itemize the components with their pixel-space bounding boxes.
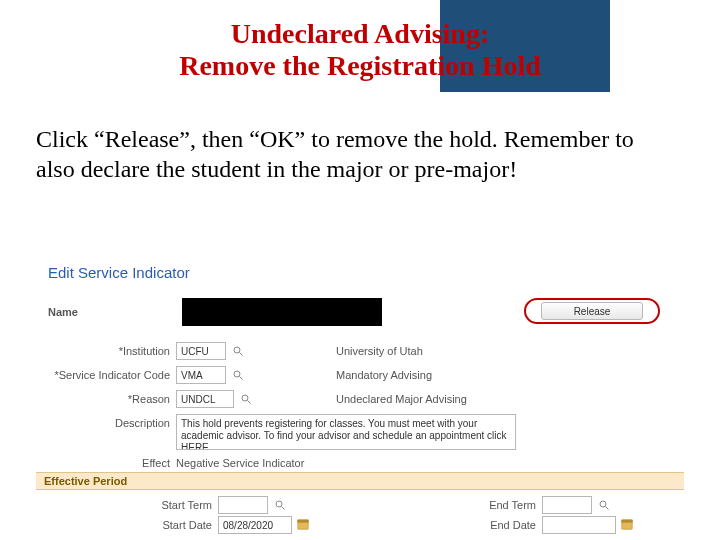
redacted-name [182,298,382,326]
end-term-label: End Term [416,499,536,511]
slide-body-text: Click “Release”, then “OK” to remove the… [36,124,676,184]
lookup-icon[interactable] [230,367,246,383]
name-row: Name Release [42,302,678,326]
description-label: Description [36,417,170,429]
end-date-label: End Date [416,519,536,531]
calendar-icon[interactable] [296,517,312,533]
effect-label: Effect [36,457,170,469]
start-term-label: Start Term [36,499,212,511]
reason-value: Undeclared Major Advising [336,393,467,405]
institution-value: University of Utah [336,345,423,357]
svg-point-4 [242,395,248,401]
sic-label: *Service Indicator Code [36,369,170,381]
title-line-1: Undeclared Advising: [231,18,490,49]
reason-row: *Reason Undeclared Major Advising [36,390,672,412]
description-textarea[interactable]: This hold prevents registering for class… [176,414,516,450]
lookup-icon[interactable] [230,343,246,359]
svg-rect-13 [622,520,633,522]
effect-value: Negative Service Indicator [176,457,304,469]
slide: Undeclared Advising: Remove the Registra… [0,0,720,540]
page-title: Edit Service Indicator [48,264,190,281]
effective-period-section: Effective Period [36,472,684,490]
lookup-icon[interactable] [238,391,254,407]
release-button[interactable]: Release [541,302,643,320]
reason-input[interactable] [176,390,234,408]
description-row: Description This hold prevents registeri… [36,414,672,454]
reason-label: *Reason [36,393,170,405]
embedded-screenshot: Edit Service Indicator Name Release *Ins… [36,258,684,520]
start-date-input[interactable] [218,516,292,534]
slide-title: Undeclared Advising: Remove the Registra… [0,18,720,82]
svg-point-6 [276,501,282,507]
release-highlight-oval: Release [524,298,660,324]
sic-row: *Service Indicator Code Mandatory Advisi… [36,366,672,388]
sic-input[interactable] [176,366,226,384]
svg-line-9 [606,507,609,510]
institution-label: *Institution [36,345,170,357]
date-row: Start Date End Date [36,516,672,538]
svg-line-1 [240,353,243,356]
svg-point-2 [234,371,240,377]
institution-row: *Institution University of Utah [36,342,672,364]
term-row: Start Term End Term [36,496,672,518]
name-label: Name [48,306,78,318]
svg-line-5 [248,401,251,404]
end-date-input[interactable] [542,516,616,534]
start-date-label: Start Date [36,519,212,531]
svg-point-8 [600,501,606,507]
lookup-icon[interactable] [596,497,612,513]
svg-rect-11 [298,520,309,522]
end-term-input[interactable] [542,496,592,514]
lookup-icon[interactable] [272,497,288,513]
svg-line-7 [282,507,285,510]
institution-input[interactable] [176,342,226,360]
start-term-input[interactable] [218,496,268,514]
sic-value: Mandatory Advising [336,369,432,381]
svg-line-3 [240,377,243,380]
title-line-2: Remove the Registration Hold [179,50,541,81]
calendar-icon[interactable] [620,517,636,533]
svg-point-0 [234,347,240,353]
